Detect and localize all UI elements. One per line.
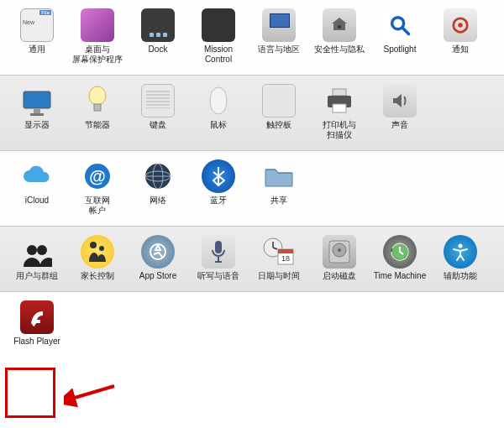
label: 桌面与 屏幕保护程序 [72, 44, 123, 65]
printer-icon [323, 84, 356, 117]
section-other: Flash Player [0, 292, 504, 357]
keyboard-icon [141, 84, 175, 117]
trackpad-icon [262, 84, 296, 117]
clock-calendar-icon: 18 [262, 235, 296, 269]
folder-icon [262, 159, 296, 193]
label: iCloud [25, 196, 49, 206]
pref-printers-scanners[interactable]: 打印机与 扫描仪 [309, 84, 370, 140]
label: Time Machine [374, 271, 426, 281]
pref-general[interactable]: 通用 [7, 8, 67, 65]
desktop-icon [81, 8, 114, 42]
pref-mouse[interactable]: 鼠标 [188, 84, 249, 140]
globe-icon [141, 159, 175, 193]
svg-point-21 [37, 245, 47, 255]
pref-date-time[interactable]: 18 日期与时间 [249, 235, 309, 281]
svg-rect-13 [333, 104, 346, 112]
pref-bluetooth[interactable]: 蓝牙 [188, 159, 249, 216]
label: 共享 [270, 196, 287, 206]
section-system: 用户与群组 家长控制 App Store 听写与语音 18 日期与时间 启动磁盘 [0, 227, 504, 292]
label: 启动磁盘 [323, 271, 356, 281]
svg-rect-25 [215, 241, 222, 253]
label: 日期与时间 [258, 271, 300, 281]
section-hardware: 显示器 节能器 键盘 鼠标 触控板 打印机与 扫描仪 声音 [0, 76, 504, 151]
svg-text:@: @ [89, 167, 106, 185]
label: 通知 [452, 44, 469, 55]
svg-point-8 [89, 86, 106, 105]
cloud-icon [20, 159, 54, 193]
flag-icon [262, 8, 296, 42]
pref-keyboard[interactable]: 键盘 [128, 84, 188, 140]
label: 安全性与隐私 [314, 44, 365, 55]
label: Mission Control [204, 44, 233, 65]
pref-app-store[interactable]: App Store [128, 235, 188, 281]
highlight-rect [5, 368, 55, 418]
label: Dock [149, 44, 168, 55]
label: 节能器 [85, 120, 110, 130]
label: 网络 [150, 196, 166, 206]
label: 互联网 帐户 [85, 196, 110, 216]
label: 语言与地区 [258, 44, 300, 55]
pref-notifications[interactable]: 通知 [430, 8, 491, 65]
pref-dictation-speech[interactable]: 听写与语音 [188, 235, 249, 281]
svg-point-36 [459, 244, 463, 248]
pref-energy-saver[interactable]: 节能器 [67, 84, 128, 140]
accessibility-icon [444, 235, 477, 269]
svg-line-2 [403, 29, 409, 34]
pref-parental-controls[interactable]: 家长控制 [67, 235, 128, 281]
pref-trackpad[interactable]: 触控板 [249, 84, 309, 140]
label: 显示器 [24, 120, 50, 130]
label: 辅助功能 [444, 271, 477, 281]
label: 键盘 [150, 120, 166, 130]
svg-point-22 [90, 242, 97, 248]
timemachine-icon [383, 235, 417, 269]
lightbulb-icon [81, 84, 114, 117]
pref-startup-disk[interactable]: 启动磁盘 [309, 235, 370, 281]
annotation-arrow [64, 383, 123, 408]
section-internet: iCloud @ 互联网 帐户 网络 蓝牙 共享 [0, 151, 504, 227]
flash-player-icon [20, 300, 54, 334]
svg-point-23 [99, 246, 104, 251]
pref-sharing[interactable]: 共享 [249, 159, 309, 216]
svg-point-0 [338, 25, 341, 29]
pref-time-machine[interactable]: Time Machine [370, 235, 430, 281]
label: 用户与群组 [16, 271, 58, 281]
pref-desktop-screensaver[interactable]: 桌面与 屏幕保护程序 [67, 8, 128, 65]
svg-text:18: 18 [281, 254, 290, 263]
pref-flash-player[interactable]: Flash Player [7, 300, 67, 347]
svg-rect-6 [34, 109, 40, 113]
pref-displays[interactable]: 显示器 [7, 84, 67, 140]
svg-point-34 [338, 248, 341, 252]
speaker-icon [383, 84, 417, 117]
label: 打印机与 扫描仪 [323, 120, 356, 140]
svg-rect-11 [333, 89, 346, 96]
label: App Store [139, 271, 176, 281]
pref-accessibility[interactable]: 辅助功能 [430, 235, 491, 281]
notification-icon [444, 8, 477, 42]
pref-mission-control[interactable]: Mission Control [188, 8, 249, 65]
pref-network[interactable]: 网络 [128, 159, 188, 216]
label: 触控板 [266, 120, 291, 130]
bluetooth-icon [202, 159, 235, 193]
house-lock-icon [323, 8, 356, 42]
display-icon [20, 84, 54, 117]
mission-control-icon [202, 8, 235, 42]
users-icon [20, 235, 54, 269]
pref-sound[interactable]: 声音 [370, 84, 430, 140]
disk-icon [323, 235, 356, 269]
dock-icon [141, 8, 175, 42]
svg-point-4 [458, 23, 463, 28]
microphone-icon [202, 235, 235, 269]
parental-icon [81, 235, 114, 269]
pref-icloud[interactable]: iCloud [7, 159, 67, 216]
label: 声音 [391, 120, 408, 130]
pref-dock[interactable]: Dock [128, 8, 188, 65]
pref-internet-accounts[interactable]: @ 互联网 帐户 [67, 159, 128, 216]
svg-rect-7 [30, 113, 44, 116]
pref-security-privacy[interactable]: 安全性与隐私 [309, 8, 370, 65]
label: Flash Player [13, 337, 60, 347]
pref-spotlight[interactable]: Spotlight [370, 8, 430, 65]
pref-language-region[interactable]: 语言与地区 [249, 8, 309, 65]
pref-users-groups[interactable]: 用户与群组 [7, 235, 67, 281]
mouse-icon [202, 84, 235, 117]
label: 家长控制 [81, 271, 114, 281]
